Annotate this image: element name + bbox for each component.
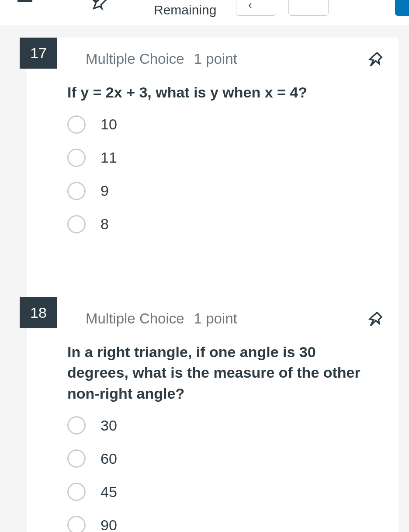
option-item[interactable]: 8	[67, 215, 385, 233]
radio-icon[interactable]	[67, 416, 86, 435]
option-item[interactable]: 10	[67, 115, 385, 134]
option-label: 9	[101, 182, 109, 199]
options-list: 30 60 45 90	[40, 416, 385, 532]
question-card: 17 Multiple Choice 1 point If y = 2x + 3…	[27, 38, 399, 266]
option-item[interactable]: 90	[67, 516, 385, 532]
radio-icon[interactable]	[67, 215, 86, 233]
question-type: Multiple Choice	[86, 51, 184, 67]
options-list: 10 11 9 8	[40, 115, 385, 233]
content-area: 17 Multiple Choice 1 point If y = 2x + 3…	[0, 38, 409, 532]
question-card: 18 Multiple Choice 1 point In a right tr…	[27, 297, 399, 532]
question-text: If y = 2x + 3, what is y when x = 4?	[40, 82, 385, 103]
menu-icon[interactable]	[17, 0, 32, 2]
option-label: 30	[101, 417, 117, 434]
option-item[interactable]: 9	[67, 182, 385, 200]
question-text: In a right triangle, if one angle is 30 …	[40, 342, 385, 404]
question-points: 1 point	[194, 310, 237, 327]
option-item[interactable]: 60	[67, 449, 385, 468]
option-label: 8	[101, 216, 109, 233]
radio-icon[interactable]	[67, 115, 86, 134]
option-item[interactable]: 30	[67, 416, 385, 435]
question-type: Multiple Choice	[86, 310, 184, 327]
chevron-left-icon: ‹	[248, 0, 252, 12]
radio-icon[interactable]	[67, 483, 86, 501]
option-label: 45	[101, 483, 117, 501]
radio-icon[interactable]	[67, 516, 86, 532]
radio-icon[interactable]	[67, 449, 86, 468]
option-item[interactable]: 11	[67, 149, 385, 167]
pin-icon[interactable]	[366, 51, 384, 70]
page-input[interactable]	[288, 0, 329, 16]
top-bar: Remaining ‹	[0, 0, 409, 25]
question-header: Multiple Choice 1 point	[40, 51, 385, 67]
option-label: 90	[101, 517, 117, 532]
pin-icon[interactable]	[366, 310, 384, 330]
divider	[27, 266, 399, 297]
pin-icon[interactable]	[91, 0, 108, 13]
prev-button[interactable]	[236, 0, 276, 16]
question-points: 1 point	[194, 51, 237, 67]
question-header: Multiple Choice 1 point	[40, 310, 385, 327]
option-item[interactable]: 45	[67, 483, 385, 501]
option-label: 10	[101, 116, 117, 133]
radio-icon[interactable]	[67, 149, 86, 167]
remaining-label: Remaining	[154, 3, 216, 17]
next-button[interactable]	[395, 0, 409, 16]
radio-icon[interactable]	[67, 182, 86, 200]
option-label: 60	[101, 450, 117, 467]
option-label: 11	[101, 149, 117, 166]
